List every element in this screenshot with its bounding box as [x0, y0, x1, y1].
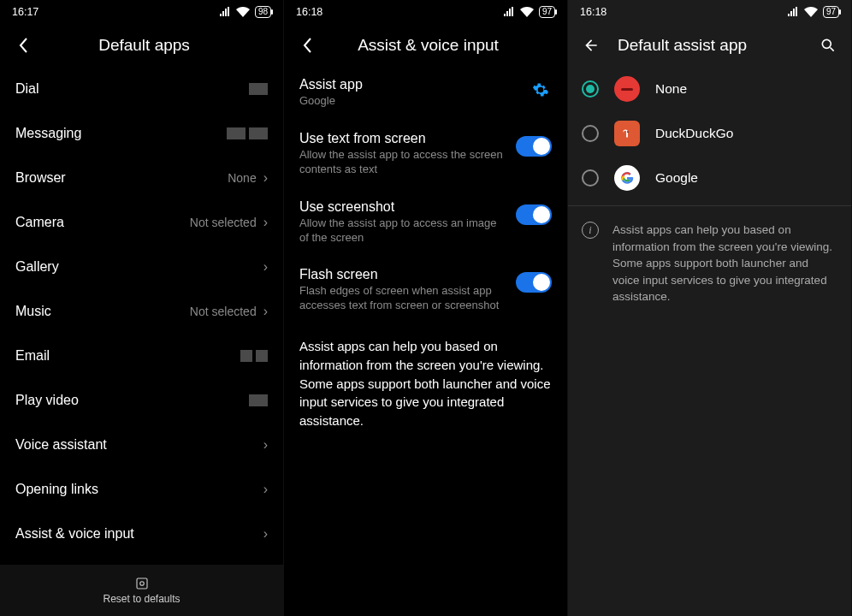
info-icon: i [582, 222, 599, 239]
toggle-use-screenshot[interactable] [516, 204, 552, 225]
gear-icon[interactable] [530, 79, 552, 101]
option-duckduckgo[interactable]: DuckDuckGo [568, 111, 851, 156]
chevron-right-icon: › [263, 482, 268, 497]
status-bar: 16:17 98 [0, 0, 283, 24]
status-time: 16:18 [296, 6, 322, 18]
page-title: Default assist app [602, 36, 817, 55]
app-icon-placeholder [240, 350, 252, 362]
signal-icon [787, 7, 799, 17]
row-opening-links[interactable]: Opening links › [0, 467, 283, 512]
status-icons: 98 [219, 6, 271, 18]
reset-to-defaults-button[interactable]: Reset to defaults [0, 565, 283, 616]
row-dial[interactable]: Dial [0, 67, 283, 111]
chevron-right-icon: › [263, 437, 268, 453]
app-icon-placeholder [227, 127, 246, 139]
status-icons: 97 [787, 6, 839, 18]
status-bar: 16:18 97 [568, 0, 851, 24]
google-icon [614, 165, 640, 191]
battery-icon: 98 [255, 6, 271, 18]
signal-icon [503, 7, 515, 17]
status-time: 16:18 [580, 6, 606, 18]
svg-point-1 [139, 582, 144, 586]
chevron-right-icon: › [263, 304, 268, 319]
status-bar: 16:18 97 [284, 0, 567, 24]
option-google[interactable]: Google [568, 156, 851, 200]
wifi-icon [520, 7, 534, 17]
app-icon-placeholder [249, 127, 268, 139]
status-icons: 97 [503, 6, 555, 18]
assist-app-row[interactable]: Assist app Google [284, 67, 567, 121]
app-icon-placeholder [256, 350, 268, 362]
row-play-video[interactable]: Play video [0, 378, 283, 423]
svg-point-2 [822, 39, 831, 48]
use-text-from-screen-row[interactable]: Use text from screen Allow the assist ap… [284, 121, 567, 189]
reset-icon [134, 576, 150, 591]
row-browser[interactable]: Browser None › [0, 156, 283, 200]
signal-icon [219, 7, 231, 17]
toggle-use-text[interactable] [516, 136, 552, 157]
toggle-flash-screen[interactable] [516, 272, 552, 293]
row-email[interactable]: Email [0, 334, 283, 378]
wifi-icon [804, 7, 818, 17]
status-time: 16:17 [12, 6, 38, 18]
pane-default-assist-app: 16:18 97 Default assist app None DuckDuc… [568, 0, 852, 616]
back-button[interactable] [580, 34, 602, 56]
use-screenshot-row[interactable]: Use screenshot Allow the assist app to a… [284, 189, 567, 258]
radio-icon [582, 169, 599, 187]
app-icon-placeholder [249, 394, 268, 406]
search-button[interactable] [817, 34, 839, 56]
chevron-right-icon: › [263, 526, 268, 542]
battery-icon: 97 [539, 6, 555, 18]
pane-assist-voice-input: 16:18 97 Assist & voice input Assist app… [284, 0, 568, 616]
flash-screen-row[interactable]: Flash screen Flash edges of screen when … [284, 257, 567, 325]
divider [568, 205, 851, 206]
header: Default apps [0, 24, 283, 67]
duckduckgo-icon [614, 121, 640, 146]
app-icon-placeholder [249, 83, 268, 95]
info-section: i Assist apps can help you based on info… [568, 211, 851, 316]
wifi-icon [236, 7, 250, 17]
battery-icon: 97 [823, 6, 839, 18]
row-music[interactable]: Music Not selected › [0, 289, 283, 334]
page-title: Assist & voice input [301, 36, 555, 55]
row-gallery[interactable]: Gallery › [0, 245, 283, 289]
row-messaging[interactable]: Messaging [0, 111, 283, 156]
row-voice-assistant[interactable]: Voice assistant › [0, 423, 283, 467]
pane-default-apps: 16:17 98 Default apps Dial Messaging Bro… [0, 0, 284, 616]
page-title: Default apps [17, 36, 271, 55]
option-none[interactable]: None [568, 67, 851, 111]
header: Assist & voice input [284, 24, 567, 67]
radio-icon [582, 125, 599, 142]
chevron-right-icon: › [263, 170, 268, 186]
svg-rect-0 [137, 578, 147, 589]
default-apps-list: Dial Messaging Browser None › Camera Not… [0, 67, 283, 565]
row-camera[interactable]: Camera Not selected › [0, 200, 283, 245]
radio-icon [582, 80, 599, 98]
assist-description: Assist apps can help you based on inform… [284, 325, 567, 442]
header: Default assist app [568, 24, 851, 67]
chevron-right-icon: › [263, 215, 268, 230]
row-assist-voice-input[interactable]: Assist & voice input › [0, 512, 283, 556]
none-icon [614, 76, 640, 102]
chevron-right-icon: › [263, 259, 268, 275]
svg-point-4 [627, 131, 629, 133]
